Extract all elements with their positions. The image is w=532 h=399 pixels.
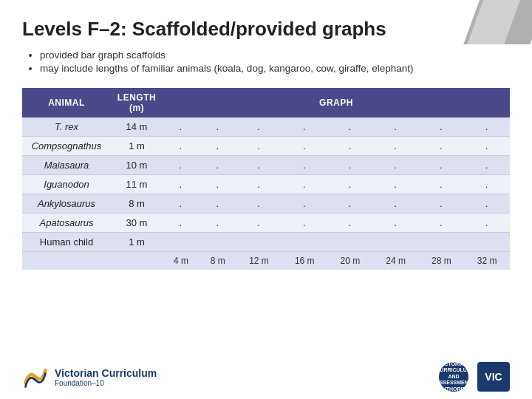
dot-cell: . (419, 117, 465, 137)
footer-measurement-cell: 28 m (419, 252, 465, 270)
footer-left: Victorian Curriculum Foundation–10 (22, 364, 157, 390)
vcaa-circle-badge: VICTORIANCURRICULUMANDASSESSMENTAUTHORIT… (439, 362, 468, 392)
vic-logo-box: VIC (477, 362, 510, 392)
dot-cell (419, 233, 465, 252)
dot-cell: . (419, 175, 465, 194)
dot-cell: . (163, 175, 200, 194)
dot-cell: . (419, 156, 465, 175)
decorative-header-shape (458, 0, 532, 44)
dot-cell: . (163, 214, 200, 233)
vic-badge: VIC (477, 362, 510, 392)
dot-cell: . (373, 175, 419, 194)
dot-cell: . (373, 117, 419, 137)
footer-measurement-cell: 12 m (236, 252, 282, 270)
table-row: Iguanodon11 m........ (22, 175, 510, 194)
animal-cell: Apatosaurus (22, 214, 111, 233)
footer-empty-length (111, 252, 163, 270)
page-container: Levels F–2: Scaffolded/provided graphs p… (0, 0, 532, 399)
dot-cell: . (464, 175, 510, 194)
animal-cell: Ankylosaurus (22, 194, 111, 214)
dot-cell (327, 233, 373, 252)
footer-measurement-cell: 20 m (327, 252, 373, 270)
dot-cell: . (236, 214, 282, 233)
animal-cell: Iguanodon (22, 175, 111, 194)
vic-text: VIC (485, 371, 502, 383)
footer-measurement-cell: 24 m (373, 252, 419, 270)
dot-cell: . (327, 137, 373, 156)
dot-cell (464, 233, 510, 252)
dot-cell: . (282, 194, 327, 214)
dot-cell: . (419, 137, 465, 156)
dot-cell: . (200, 117, 236, 137)
footer-vc-title: Victorian Curriculum (55, 367, 157, 379)
table-footer-row: 4 m8 m12 m16 m20 m24 m28 m32 m (22, 252, 510, 270)
dot-cell: . (419, 214, 465, 233)
vcaa-text: VICTORIANCURRICULUMANDASSESSMENTAUTHORIT… (436, 361, 471, 392)
col-header-length: LENGTH (m) (111, 88, 163, 117)
page-footer: Victorian Curriculum Foundation–10 VICTO… (22, 356, 510, 392)
dot-cell: . (163, 156, 200, 175)
dot-cell (373, 233, 419, 252)
table-row: Apatosaurus30 m........ (22, 214, 510, 233)
dot-cell: . (464, 156, 510, 175)
length-cell: 1 m (111, 137, 163, 156)
dot-cell: . (282, 117, 327, 137)
dot-cell: . (464, 137, 510, 156)
dot-cell: . (200, 137, 236, 156)
dot-cell: . (464, 117, 510, 137)
dot-cell: . (282, 214, 327, 233)
bullet-item-1: provided bar graph scaffolds (40, 50, 510, 61)
vcaa-logo: VICTORIANCURRICULUMANDASSESSMENTAUTHORIT… (439, 362, 468, 392)
length-cell: 14 m (111, 117, 163, 137)
dot-cell: . (236, 137, 282, 156)
dot-cell: . (163, 194, 200, 214)
length-cell: 10 m (111, 156, 163, 175)
footer-measurement-cell: 32 m (464, 252, 510, 270)
footer-measurement-cell: 16 m (282, 252, 327, 270)
dot-cell (236, 233, 282, 252)
dot-cell: . (236, 156, 282, 175)
dot-cell: . (327, 156, 373, 175)
dot-cell: . (200, 214, 236, 233)
dot-cell: . (200, 156, 236, 175)
animal-cell: Human child (22, 233, 111, 252)
footer-measurement-cell: 4 m (163, 252, 200, 270)
dot-cell: . (373, 194, 419, 214)
footer-brand-text: Victorian Curriculum Foundation–10 (55, 367, 157, 387)
footer-measurement-cell: 8 m (200, 252, 236, 270)
animal-cell: T. rex (22, 117, 111, 137)
dot-cell: . (373, 137, 419, 156)
dot-cell: . (327, 194, 373, 214)
dot-cell: . (419, 194, 465, 214)
victorian-curriculum-wave-icon (22, 364, 49, 390)
table-row: Maiasaura10 m........ (22, 156, 510, 175)
dot-cell: . (464, 214, 510, 233)
dot-cell: . (327, 175, 373, 194)
table-header-row: ANIMAL LENGTH (m) GRAPH (22, 88, 510, 117)
dot-cell: . (464, 194, 510, 214)
table-row: Human child1 m (22, 233, 510, 252)
length-cell: 1 m (111, 233, 163, 252)
dot-cell: . (282, 156, 327, 175)
dot-cell: . (236, 194, 282, 214)
dot-cell (163, 233, 200, 252)
dot-cell: . (200, 194, 236, 214)
dot-cell: . (236, 117, 282, 137)
bullet-list: provided bar graph scaffolds may include… (22, 50, 510, 76)
col-header-animal: ANIMAL (22, 88, 111, 117)
dot-cell: . (200, 175, 236, 194)
table-row: T. rex14 m........ (22, 117, 510, 137)
dot-cell (200, 233, 236, 252)
dot-cell: . (373, 156, 419, 175)
animal-cell: Maiasaura (22, 156, 111, 175)
dot-cell: . (327, 214, 373, 233)
col-header-graph: GRAPH (163, 88, 510, 117)
dinosaur-table: ANIMAL LENGTH (m) GRAPH T. rex14 m......… (22, 88, 510, 270)
animal-cell: Compsognathus (22, 137, 111, 156)
table-row: Ankylosaurus8 m........ (22, 194, 510, 214)
bullet-item-2: may include lengths of familiar animals … (40, 63, 510, 74)
length-cell: 11 m (111, 175, 163, 194)
dot-cell: . (373, 214, 419, 233)
length-cell: 8 m (111, 194, 163, 214)
dot-cell (282, 233, 327, 252)
